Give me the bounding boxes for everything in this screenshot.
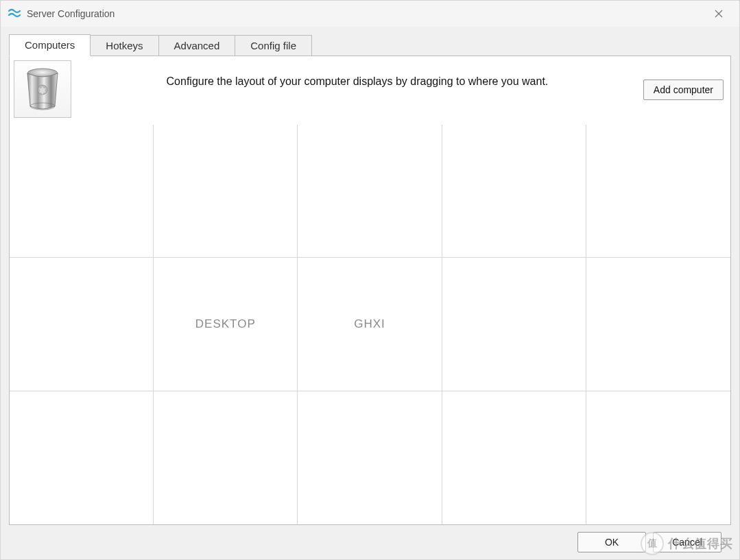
titlebar: Server Configuration	[1, 1, 739, 27]
computer-node[interactable]: DESKTOP	[154, 258, 298, 391]
window-title: Server Configuration	[27, 8, 115, 19]
layout-grid[interactable]: DESKTOPGHXI	[10, 125, 730, 524]
close-icon	[715, 10, 723, 18]
grid-cell[interactable]	[298, 125, 442, 258]
grid-cell[interactable]	[298, 391, 442, 524]
body: Computers Hotkeys Advanced Config file	[1, 27, 739, 559]
grid-cell[interactable]	[154, 125, 298, 258]
trash-icon	[23, 66, 62, 112]
grid-cell[interactable]	[442, 258, 586, 391]
tab-bar: Computers Hotkeys Advanced Config file	[9, 34, 731, 56]
panel-header: Configure the layout of your computer di…	[10, 56, 730, 125]
grid-cell[interactable]	[10, 125, 154, 258]
tab-advanced[interactable]: Advanced	[158, 35, 236, 56]
grid-cell[interactable]	[442, 125, 586, 258]
tab-computers[interactable]: Computers	[9, 34, 91, 56]
instruction-text: Configure the layout of your computer di…	[71, 60, 643, 89]
grid-cell[interactable]	[586, 258, 730, 391]
grid-cell[interactable]	[10, 391, 154, 524]
grid-cell[interactable]	[586, 125, 730, 258]
close-button[interactable]	[705, 3, 732, 24]
grid-cell[interactable]	[154, 391, 298, 524]
app-icon	[8, 7, 21, 21]
tab-panel-computers: Configure the layout of your computer di…	[9, 56, 731, 525]
window: Server Configuration Computers Hotkeys A…	[0, 0, 740, 560]
grid-cell[interactable]	[586, 391, 730, 524]
grid-cell[interactable]	[10, 258, 154, 391]
ok-button[interactable]: OK	[577, 532, 646, 552]
cancel-button[interactable]: Cancel	[653, 532, 721, 552]
add-computer-button[interactable]: Add computer	[643, 80, 724, 100]
grid-cell[interactable]	[442, 391, 586, 524]
trash-dropzone[interactable]	[14, 60, 71, 118]
tab-config-file[interactable]: Config file	[235, 35, 312, 56]
tab-hotkeys[interactable]: Hotkeys	[90, 35, 158, 56]
dialog-footer: OK Cancel	[9, 525, 731, 559]
computer-node[interactable]: GHXI	[298, 258, 442, 391]
